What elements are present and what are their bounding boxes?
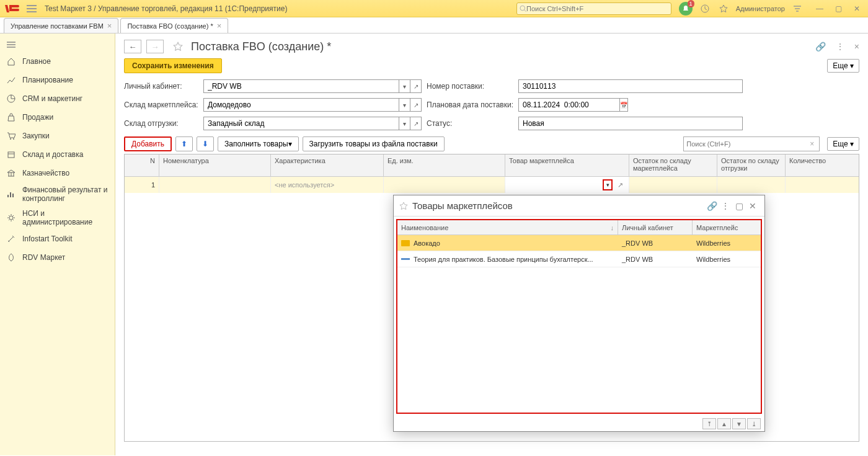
field-pdp[interactable]: 📅 <box>518 98 618 112</box>
popup-col-lk[interactable]: Личный кабинет <box>618 220 693 235</box>
marketplace-products-popup: Товары маркетплейсов 🔗 ⋮ ▢ ✕ Наименовани… <box>393 195 765 432</box>
col-characteristic[interactable]: Характеристика <box>271 154 384 176</box>
tab-close-icon[interactable]: × <box>107 21 112 30</box>
clear-search-icon[interactable]: × <box>807 140 817 148</box>
nav-first-icon[interactable]: ⤒ <box>702 418 716 429</box>
history-icon[interactable] <box>699 2 711 15</box>
sidebar-item-infostart[interactable]: Infostart Toolkit <box>0 230 115 248</box>
dropdown-icon[interactable]: ▾ <box>399 79 410 93</box>
nav-up-icon[interactable]: ▲ <box>717 418 731 429</box>
popup-kebab-icon[interactable]: ⋮ <box>719 199 732 213</box>
field-np[interactable] <box>518 79 743 93</box>
popup-col-mp[interactable]: Маркетплейс <box>693 220 761 235</box>
grid-row[interactable]: 1 <не используется> ▾↗ <box>125 177 859 193</box>
cell-dropdown-icon[interactable]: ▾ <box>603 179 613 190</box>
burger-collapse[interactable] <box>0 37 115 52</box>
open-ref-icon[interactable]: ↗ <box>410 98 422 112</box>
sidebar-item-rdv[interactable]: RDV Маркет <box>0 248 115 267</box>
nav-down-icon[interactable]: ▼ <box>732 418 746 429</box>
popup-link-icon[interactable]: 🔗 <box>705 199 719 213</box>
sidebar-item-purchases[interactable]: Закупки <box>0 127 115 145</box>
close-button[interactable]: ✕ <box>849 2 864 15</box>
nav-last-icon[interactable]: ⤓ <box>747 418 761 429</box>
grid-toolbar: Добавить ⬆ ⬇ Заполнить товары ▾ Загрузит… <box>124 136 859 151</box>
chart-icon <box>6 75 16 85</box>
folder-icon <box>401 240 410 246</box>
minimize-button[interactable]: — <box>812 2 827 15</box>
notifications-bell[interactable]: 1 <box>679 2 693 16</box>
bank-icon <box>6 168 16 178</box>
maximize-button[interactable]: ▢ <box>831 2 846 15</box>
open-ref-icon[interactable]: ↗ <box>410 117 422 130</box>
doc-close-icon[interactable]: × <box>854 42 859 51</box>
popup-maximize-icon[interactable]: ▢ <box>732 199 746 213</box>
sidebar-item-planning[interactable]: Планирование <box>0 71 115 89</box>
field-st[interactable] <box>518 117 743 130</box>
open-ref-icon[interactable]: ↗ <box>410 79 422 93</box>
sidebar-item-main[interactable]: Главное <box>0 52 115 71</box>
col-n[interactable]: N <box>125 154 159 176</box>
cell-qty[interactable] <box>786 177 859 193</box>
search-icon <box>520 5 526 12</box>
col-mp-product[interactable]: Товар маркетплейса <box>505 154 629 176</box>
move-up-button[interactable]: ⬆ <box>175 136 193 151</box>
popup-close-icon[interactable]: ✕ <box>746 199 760 213</box>
form-fields: Личный кабинет: ▾↗ Номер поставки: Склад… <box>124 79 859 130</box>
save-button[interactable]: Сохранить изменения <box>124 58 222 73</box>
col-qty[interactable]: Количество <box>786 154 859 176</box>
dropdown-icon[interactable]: ▾ <box>399 117 410 130</box>
document-title: Поставка FBO (создание) * <box>191 40 331 53</box>
col-unit[interactable]: Ед. изм. <box>384 154 505 176</box>
tab-close-icon[interactable]: × <box>217 21 222 30</box>
kebab-icon[interactable]: ⋮ <box>836 42 844 51</box>
main-menu-icon[interactable] <box>25 2 38 16</box>
sidebar-item-sales[interactable]: Продажи <box>0 108 115 127</box>
nav-forward-button[interactable]: → <box>146 40 164 53</box>
link-icon[interactable]: 🔗 <box>815 42 826 51</box>
tab-fbm[interactable]: Управление поставками FBM × <box>4 18 118 33</box>
popup-title: Товары маркетплейсов <box>412 200 513 211</box>
cell-mp-product[interactable]: ▾↗ <box>505 177 629 193</box>
sidebar-item-warehouse[interactable]: Склад и доставка <box>0 145 115 164</box>
tab-fbo[interactable]: Поставка FBO (создание) * × <box>120 18 228 33</box>
field-so[interactable]: ▾↗ <box>203 117 422 130</box>
field-lk[interactable]: ▾↗ <box>203 79 422 93</box>
col-nomenclature[interactable]: Номенклатура <box>159 154 271 176</box>
label-lk: Личный кабинет: <box>124 82 198 91</box>
cell-unit[interactable] <box>384 177 505 193</box>
global-search-input[interactable] <box>526 5 668 12</box>
global-search[interactable] <box>516 2 671 15</box>
popup-row[interactable]: Авокадо _RDV WB Wildberries <box>397 235 761 251</box>
move-down-button[interactable]: ⬇ <box>197 136 214 151</box>
user-label[interactable]: Администратор <box>736 5 785 12</box>
sidebar-item-finresult[interactable]: Финансовый результат и контроллинг <box>0 182 115 206</box>
star-outline-icon[interactable] <box>172 41 184 52</box>
col-stock-mp[interactable]: Остаток по складу маркетплейса <box>629 154 717 176</box>
field-smp[interactable]: ▾↗ <box>203 98 422 112</box>
favorites-icon[interactable] <box>717 2 730 15</box>
popup-row[interactable]: Теория для практиков. Базовые принципы б… <box>397 251 761 267</box>
nav-back-button[interactable]: ← <box>124 40 141 53</box>
col-stock-ship[interactable]: Остаток по складу отгрузки <box>717 154 786 176</box>
grid-search[interactable]: × <box>683 136 820 151</box>
svg-point-0 <box>520 6 525 11</box>
load-from-file-button[interactable]: Загрузить товары из файла поставки <box>303 136 445 151</box>
settings-lines-icon[interactable] <box>791 2 804 15</box>
dropdown-icon[interactable]: ▾ <box>399 98 410 112</box>
cell-open-icon[interactable]: ↗ <box>615 180 625 190</box>
cell-nom[interactable] <box>159 177 271 193</box>
window-title: Test Маркет 3 / Управление торговлей, ре… <box>45 4 287 13</box>
calendar-icon[interactable]: 📅 <box>620 98 628 112</box>
sidebar-item-crm[interactable]: CRM и маркетинг <box>0 89 115 108</box>
label-so: Склад отгрузки: <box>124 119 198 128</box>
sidebar-item-nsi[interactable]: НСИ и администрирование <box>0 206 115 230</box>
add-row-button[interactable]: Добавить <box>124 136 172 151</box>
star-outline-icon[interactable] <box>399 201 409 211</box>
sidebar-item-treasury[interactable]: Казначейство <box>0 164 115 182</box>
fill-products-button[interactable]: Заполнить товары ▾ <box>218 136 299 151</box>
pie-icon <box>6 94 16 104</box>
more-button[interactable]: Еще ▾ <box>827 59 859 73</box>
grid-more-button[interactable]: Еще ▾ <box>827 137 859 151</box>
label-smp: Склад маркетплейса: <box>124 101 198 109</box>
popup-col-name[interactable]: Наименование↓ <box>397 220 618 235</box>
